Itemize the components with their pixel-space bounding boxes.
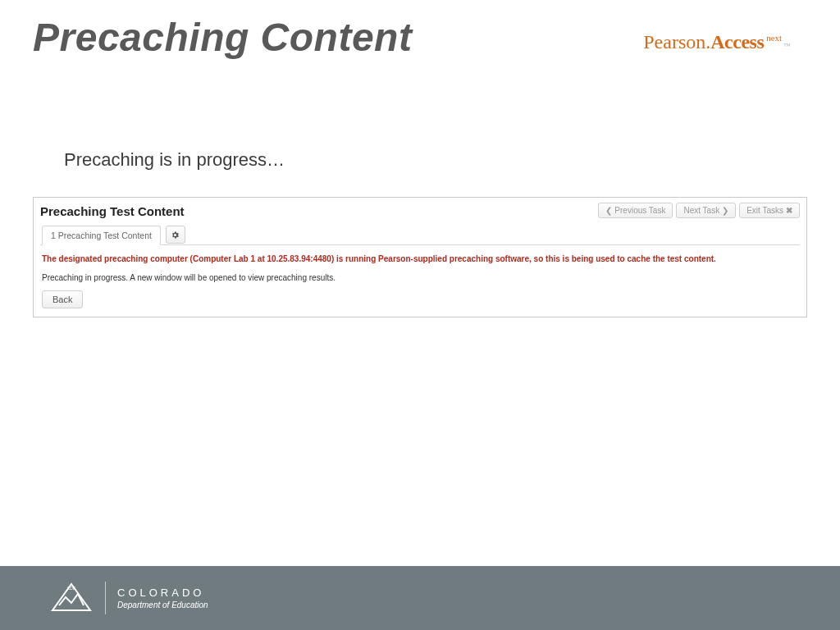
footer-org-text: COLORADO Department of Education xyxy=(117,587,208,609)
exit-tasks-button[interactable]: Exit Tasks ✖ xyxy=(739,203,800,218)
tab-settings-button[interactable] xyxy=(166,226,185,244)
panel-header-row: Precaching Test Content ❮ Previous Task … xyxy=(40,203,800,223)
footer-org-dept: Department of Education xyxy=(117,600,208,609)
precaching-progress-message: Precaching in progress. A new window wil… xyxy=(42,273,798,282)
precaching-designated-message: The designated precaching computer (Comp… xyxy=(42,253,798,265)
next-task-button[interactable]: Next Task ❯ xyxy=(676,203,736,218)
back-button[interactable]: Back xyxy=(42,290,83,308)
footer-bar: CDE COLORADO Department of Education xyxy=(0,566,840,630)
logo-word-2: Access xyxy=(710,31,764,52)
previous-task-label: Previous Task xyxy=(614,206,665,215)
footer-divider xyxy=(105,582,106,614)
panel-heading: Precaching Test Content xyxy=(40,204,185,218)
chevron-right-icon: ❯ xyxy=(722,207,728,215)
logo-next: next xyxy=(766,33,782,43)
cde-logo: CDE xyxy=(49,581,94,615)
exit-tasks-label: Exit Tasks xyxy=(746,206,783,215)
subtitle: Precaching is in progress… xyxy=(64,149,285,171)
previous-task-button[interactable]: ❮ Previous Task xyxy=(598,203,673,218)
gear-icon xyxy=(171,231,180,240)
tab-bar: 1 Precaching Test Content xyxy=(40,225,800,245)
close-icon: ✖ xyxy=(786,206,792,215)
logo-tm: ™ xyxy=(783,42,791,50)
page-title: Precaching Content xyxy=(33,15,412,60)
footer-inner: CDE COLORADO Department of Education xyxy=(0,566,840,630)
mountain-badge-icon: CDE xyxy=(49,581,94,615)
task-nav-buttons: ❮ Previous Task Next Task ❯ Exit Tasks ✖ xyxy=(598,203,800,218)
slide: Precaching Content Pearson.Accessnext™ P… xyxy=(0,0,840,630)
svg-text:CDE: CDE xyxy=(67,586,76,591)
footer-org-name: COLORADO xyxy=(117,587,208,599)
chevron-left-icon: ❮ xyxy=(605,207,612,215)
tab-precaching-test-content[interactable]: 1 Precaching Test Content xyxy=(42,226,161,245)
pearson-access-logo: Pearson.Accessnext™ xyxy=(643,31,791,53)
precaching-panel: Precaching Test Content ❮ Previous Task … xyxy=(33,197,807,317)
next-task-label: Next Task xyxy=(683,206,719,215)
logo-word-1: Pearson. xyxy=(643,31,710,52)
